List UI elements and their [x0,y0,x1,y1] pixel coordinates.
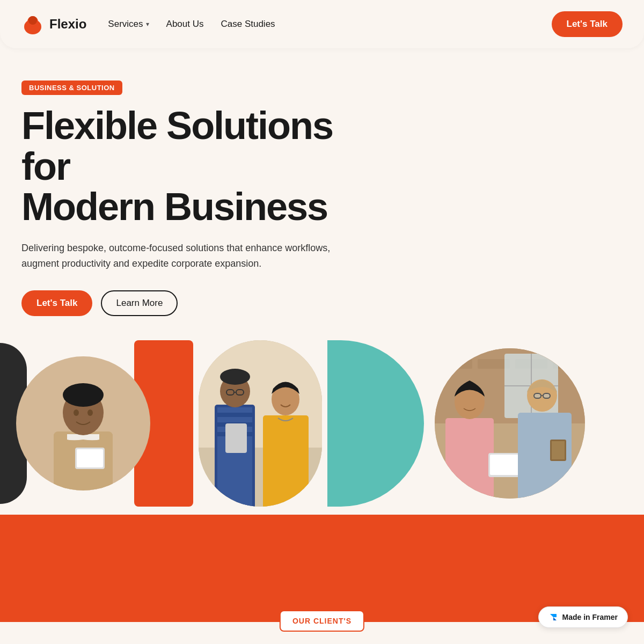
navbar-cta-button[interactable]: Let's Talk [552,11,623,37]
logo-text: Flexio [49,17,86,32]
svg-rect-48 [552,441,565,459]
svg-point-7 [63,383,104,407]
nav-about[interactable]: About Us [166,19,204,30]
framer-badge[interactable]: Made in Framer [538,606,628,628]
hero-title: Flexible Solutions for Modern Business [21,106,354,228]
framer-badge-label: Made in Framer [562,613,618,621]
nav-services[interactable]: Services ▾ [108,19,149,30]
navbar-left: Flexio Services ▾ About Us Case Studies [21,13,275,35]
circle-photo-1 [16,356,150,491]
images-row [0,332,644,515]
nav-case-studies[interactable]: Case Studies [221,19,275,30]
image-group-2 [199,340,322,507]
navbar: Flexio Services ▾ About Us Case Studies … [0,0,644,48]
svg-rect-44 [534,393,541,398]
svg-rect-17 [217,413,252,417]
hero-cta-button[interactable]: Let's Talk [21,290,92,316]
teal-semicircle [327,340,424,507]
image-group-1 [16,340,193,507]
hero-subtitle: Delivering bespoke, outcome-focused solu… [21,240,333,272]
svg-rect-16 [217,407,252,507]
svg-point-2 [28,16,37,25]
svg-rect-26 [263,415,309,507]
logo-icon [21,13,44,35]
hero-learn-more-button[interactable]: Learn More [101,290,178,316]
hero-section: BUSINESS & SOLUTION Flexible Solutions f… [0,48,376,332]
svg-point-9 [87,409,93,416]
svg-point-8 [74,409,79,416]
svg-rect-38 [445,418,494,499]
tall-photo-1 [199,340,322,507]
hero-badge: BUSINESS & SOLUTION [21,80,122,95]
logo[interactable]: Flexio [21,13,86,35]
svg-rect-45 [543,393,550,398]
circle-photo-2 [435,348,585,499]
svg-rect-25 [225,423,247,453]
framer-icon [548,612,558,622]
image-group-4 [435,348,585,499]
svg-rect-31 [440,359,472,369]
svg-rect-11 [77,449,103,467]
clients-badge: OUR CLIENT'S [280,610,364,632]
hero-buttons: Let's Talk Learn More [21,290,354,316]
nav-links: Services ▾ About Us Case Studies [108,19,275,30]
chevron-down-icon: ▾ [146,20,149,28]
svg-point-21 [220,369,250,385]
